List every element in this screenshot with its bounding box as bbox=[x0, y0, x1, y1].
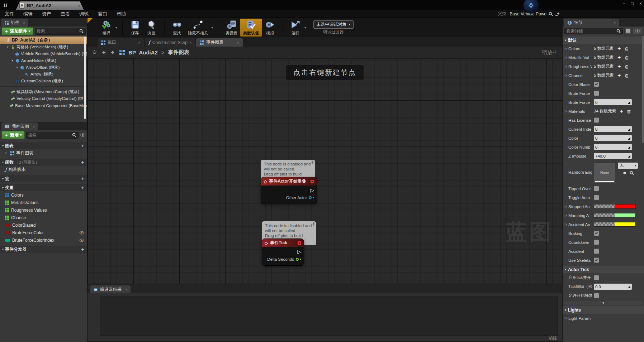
toolbar-button-browse[interactable]: 浏览 bbox=[143, 19, 160, 37]
add-component-button[interactable]: ＋ 添加组件 ▾ bbox=[1, 27, 33, 35]
component-tree-row[interactable]: Base Movement Component (BaseMov bbox=[0, 102, 87, 109]
maximize-button[interactable]: □ bbox=[631, 1, 634, 6]
menu-item-帮助[interactable]: 帮助 bbox=[112, 11, 131, 17]
add-element-icon[interactable]: ＋ bbox=[619, 108, 624, 115]
pushpin-icon[interactable] bbox=[312, 222, 315, 226]
blueprint-section-宏[interactable]: ▾宏＋ bbox=[0, 175, 87, 182]
chevron-down-icon[interactable]: ▾ bbox=[115, 26, 117, 29]
details-section-Lights[interactable]: ▾Lights bbox=[563, 306, 644, 314]
checkbox[interactable] bbox=[594, 186, 599, 191]
blueprint-item-Chance[interactable]: Chance bbox=[0, 214, 87, 221]
asset-thumbnail[interactable]: None bbox=[594, 163, 615, 183]
add-element-icon[interactable]: ＋ bbox=[617, 72, 622, 79]
debug-object-dropdown[interactable]: 未选中调试对象 ▾ bbox=[313, 20, 354, 29]
advanced-expander[interactable]: ▼ bbox=[564, 301, 643, 305]
clear-log-button[interactable]: 清除 bbox=[549, 335, 557, 341]
details-scrollbar[interactable] bbox=[642, 36, 644, 143]
visibility-filter-icon[interactable] bbox=[80, 133, 86, 137]
component-tree-row[interactable]: CustomCollision (继承) bbox=[0, 78, 87, 85]
menu-item-调试[interactable]: 调试 bbox=[75, 11, 93, 17]
data-pin-icon[interactable] bbox=[296, 258, 299, 261]
graph-tab-Construction Scrip[interactable]: ƒConstruction Scrip× bbox=[145, 38, 195, 47]
color-swatch[interactable] bbox=[594, 204, 636, 209]
new-button[interactable]: ＋ 新增 ▾ bbox=[1, 131, 25, 139]
blueprint-section-函数[interactable]: ▾函数（37可覆盖）＋ bbox=[0, 159, 87, 166]
expander-icon[interactable]: ▷ bbox=[565, 110, 568, 113]
tab-my-blueprint[interactable]: 我的蓝图 × bbox=[1, 122, 38, 130]
toolbar-button-simulate[interactable]: 模拟 bbox=[262, 19, 278, 37]
tab-components[interactable]: 组件 × bbox=[1, 19, 28, 27]
expander-icon[interactable]: ▷ bbox=[5, 151, 8, 155]
expander-icon[interactable]: ▷ bbox=[565, 65, 568, 68]
toolbar-button-play[interactable]: 运行 bbox=[287, 19, 304, 37]
asset-select[interactable]: 无▾ bbox=[618, 163, 638, 169]
menu-item-编辑[interactable]: 编辑 bbox=[19, 11, 37, 17]
expander-icon[interactable]: ▷ bbox=[565, 74, 568, 77]
event-node-事件Actor开始重叠[interactable]: ◇事件Actor开始重叠▷Other Actor bbox=[261, 177, 317, 204]
menu-item-窗口[interactable]: 窗口 bbox=[93, 11, 112, 17]
checkbox[interactable]: ✔ bbox=[594, 231, 599, 236]
close-icon[interactable]: × bbox=[78, 3, 80, 8]
close-icon[interactable]: × bbox=[237, 40, 239, 45]
favorite-star-icon[interactable]: ☆ bbox=[92, 49, 97, 56]
expander-icon[interactable]: ▾ bbox=[6, 45, 9, 49]
add-icon[interactable]: ＋ bbox=[80, 143, 85, 149]
breadcrumb-root[interactable]: BP_AudiA2 bbox=[128, 49, 158, 56]
expander-icon[interactable]: ▷ bbox=[565, 56, 568, 59]
component-tree-row[interactable]: Arrow (继承) bbox=[0, 71, 87, 78]
checkbox[interactable]: ✔ bbox=[594, 82, 599, 87]
components-scrollbar[interactable] bbox=[84, 37, 86, 119]
trash-icon[interactable] bbox=[625, 73, 629, 78]
component-tree-row[interactable]: ▾网格体 (VehicleMesh) (继承) bbox=[0, 44, 87, 50]
number-field[interactable]: 0 bbox=[594, 99, 632, 105]
component-tree-row[interactable]: ▾ArrowHolder (继承) bbox=[0, 57, 87, 64]
component-tree-row[interactable]: 载具移动 (MovementComp) (继承) bbox=[0, 88, 87, 95]
compiler-log-area[interactable] bbox=[100, 297, 558, 336]
menu-item-资产[interactable]: 资产 bbox=[37, 11, 56, 17]
details-section-默认[interactable]: ▾默认 bbox=[563, 37, 644, 44]
asset-tab[interactable]: BP_AudiA2 × bbox=[16, 1, 84, 10]
blueprint-item-MetallicValues[interactable]: MetallicValues bbox=[0, 199, 87, 206]
add-element-icon[interactable]: ＋ bbox=[617, 54, 622, 61]
blueprint-item-BruteForceColor[interactable]: BruteForceColor bbox=[0, 229, 87, 236]
number-field[interactable]: 740.0 bbox=[594, 153, 632, 159]
blueprint-item-ColorBlased[interactable]: ColorBlased bbox=[0, 221, 87, 229]
expander-icon[interactable]: ▷ bbox=[565, 205, 568, 208]
nav-forward-icon[interactable] bbox=[110, 50, 116, 55]
my-blueprint-search-input[interactable] bbox=[28, 133, 72, 137]
add-icon[interactable]: ＋ bbox=[80, 175, 85, 182]
expander-icon[interactable]: ▷ bbox=[565, 223, 568, 226]
eye-icon[interactable] bbox=[79, 239, 84, 242]
search-icon[interactable] bbox=[549, 12, 553, 16]
blueprint-section-事件分发器[interactable]: ▾事件分发器＋ bbox=[0, 246, 87, 253]
minimize-button[interactable]: – bbox=[623, 1, 625, 6]
color-swatch[interactable] bbox=[594, 213, 636, 218]
close-icon[interactable]: × bbox=[33, 124, 35, 129]
checkbox[interactable] bbox=[594, 275, 599, 280]
checkbox[interactable] bbox=[594, 240, 599, 245]
toolbar-button-class-settings[interactable]: 类设置 bbox=[223, 19, 240, 37]
pushpin-icon[interactable] bbox=[311, 160, 314, 164]
checkbox[interactable]: ✔ bbox=[594, 257, 599, 263]
nav-back-icon[interactable] bbox=[101, 50, 106, 55]
expander-icon[interactable]: ▷ bbox=[565, 214, 568, 217]
component-tree-row[interactable]: BP_AudiA2（自身） bbox=[0, 37, 87, 44]
component-tree-row[interactable]: ▾ArrowOffset (继承) bbox=[0, 64, 87, 71]
component-tree-row[interactable]: Vehicle Bounds (VehicleBounds) (继 bbox=[0, 50, 87, 57]
add-element-icon[interactable]: ＋ bbox=[617, 45, 622, 52]
checkbox[interactable] bbox=[594, 117, 599, 123]
close-icon[interactable]: × bbox=[125, 287, 127, 292]
blueprint-item-Roughness Values[interactable]: Roughness Values bbox=[0, 206, 87, 214]
tab-details[interactable]: 细节 × bbox=[564, 19, 619, 27]
chevron-down-icon[interactable]: ▾ bbox=[304, 26, 306, 29]
display-filter-icon[interactable] bbox=[633, 28, 642, 34]
trash-icon[interactable] bbox=[625, 64, 629, 69]
details-section-Actor Tick[interactable]: ▾Actor Tick bbox=[563, 266, 644, 273]
checkbox[interactable] bbox=[594, 293, 599, 298]
toolbar-button-find[interactable]: 查找 bbox=[169, 19, 185, 37]
expander-icon[interactable]: ▾ bbox=[15, 66, 19, 69]
number-field[interactable]: 0 bbox=[594, 126, 632, 132]
add-icon[interactable]: ＋ bbox=[80, 184, 85, 191]
expander-icon[interactable]: ▷ bbox=[565, 47, 568, 50]
trash-icon[interactable] bbox=[625, 47, 629, 51]
